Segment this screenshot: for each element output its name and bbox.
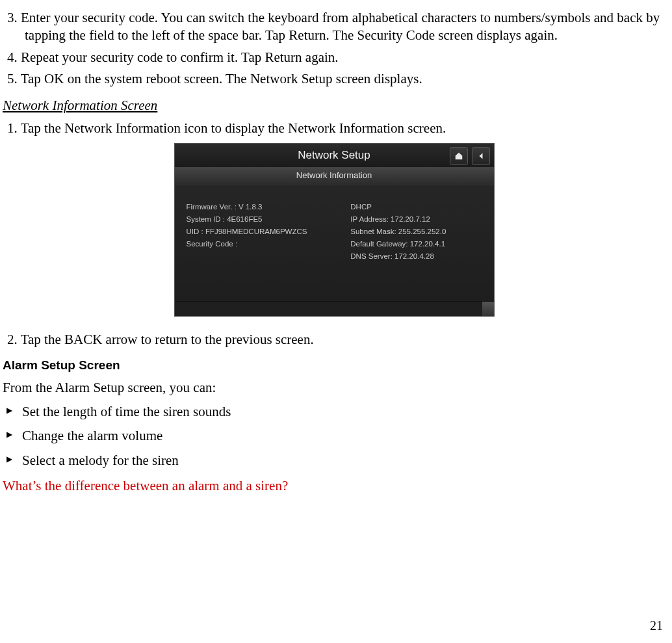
step-text: Enter your security code. You can switch…	[21, 10, 660, 43]
dhcp-row: DHCP	[350, 202, 482, 212]
firmware-row: Firmware Ver. : V 1.8.3	[187, 202, 351, 212]
bottom-bar-handle	[482, 302, 494, 316]
alarm-intro: From the Alarm Setup screen, you can:	[3, 379, 666, 397]
alarm-bullets: ▶Set the length of time the siren sounds…	[3, 403, 666, 469]
device-screen: Network Setup Network Information Firmwa…	[174, 143, 495, 317]
network-step-1: 1. Tap the Network Information icon to d…	[3, 120, 666, 137]
device-title: Network Setup	[298, 148, 370, 163]
triangle-bullet-icon: ▶	[6, 430, 12, 440]
subnet-row: Subnet Mask: 255.255.252.0	[350, 227, 482, 237]
info-col-right: DHCP IP Address: 172.20.7.12 Subnet Mask…	[350, 200, 482, 278]
step-number: 1.	[7, 120, 18, 136]
list-item: ▶Set the length of time the siren sounds	[5, 403, 666, 421]
list-item: ▶Change the alarm volume	[5, 427, 666, 445]
home-icon[interactable]	[450, 147, 468, 165]
step-text: Repeat your security code to confirm it.…	[21, 49, 339, 65]
red-question: What’s the difference between an alarm a…	[3, 477, 666, 495]
gateway-row: Default Gateway: 172.20.4.1	[350, 239, 482, 249]
step-number: 4.	[7, 49, 18, 65]
ip-row: IP Address: 172.20.7.12	[350, 215, 482, 224]
list-item: ▶Select a melody for the siren	[5, 452, 666, 469]
device-titlebar: Network Setup	[175, 144, 494, 168]
titlebar-icons	[450, 147, 490, 165]
device-info-area: Firmware Ver. : V 1.8.3 System ID : 4E61…	[175, 185, 494, 301]
step-text: Tap the Network Information icon to disp…	[21, 120, 446, 136]
step-3: 3. Enter your security code. You can swi…	[3, 9, 666, 45]
step-text: Tap OK on the system reboot screen. The …	[21, 71, 422, 86]
device-bottom-bar	[175, 301, 494, 316]
dns-row: DNS Server: 172.20.4.28	[350, 252, 482, 261]
back-icon[interactable]	[472, 147, 490, 165]
step-number: 5.	[7, 71, 18, 86]
step-5: 5. Tap OK on the system reboot screen. T…	[3, 70, 666, 88]
step-text: Tap the BACK arrow to return to the prev…	[21, 332, 314, 347]
device-subtitle: Network Information	[175, 168, 494, 185]
system-id-row: System ID : 4E616FE5	[187, 215, 351, 224]
network-step-2: 2. Tap the BACK arrow to return to the p…	[3, 331, 666, 348]
step-number: 3.	[7, 10, 18, 25]
step-number: 2.	[7, 332, 18, 347]
uid-row: UID : FFJ98HMEDCURAM6PWZCS	[187, 227, 351, 237]
info-col-left: Firmware Ver. : V 1.8.3 System ID : 4E61…	[187, 200, 351, 278]
triangle-bullet-icon: ▶	[6, 454, 12, 465]
network-info-heading: Network Information Screen	[3, 97, 666, 114]
triangle-bullet-icon: ▶	[6, 406, 12, 416]
network-info-screenshot: Network Setup Network Information Firmwa…	[3, 143, 666, 317]
step-4: 4. Repeat your security code to confirm …	[3, 49, 666, 66]
security-code-row: Security Code :	[187, 239, 351, 249]
alarm-setup-heading: Alarm Setup Screen	[3, 358, 666, 374]
